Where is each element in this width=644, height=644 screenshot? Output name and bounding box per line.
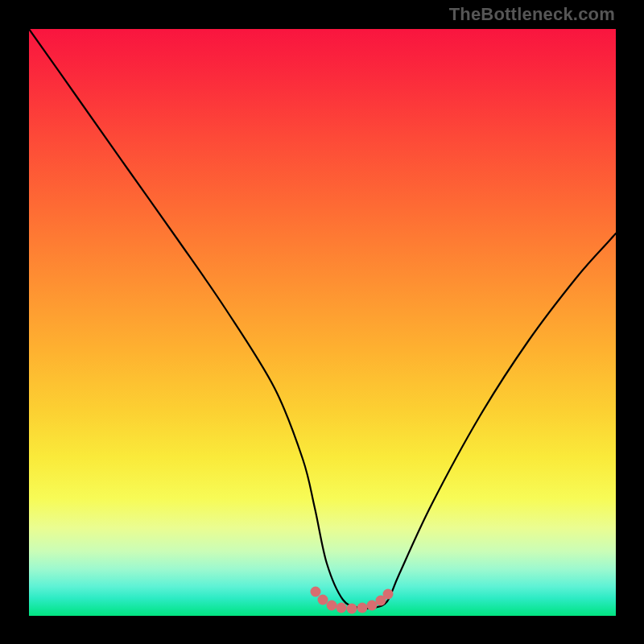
optimal-zone-dots [311, 587, 394, 614]
optimal-dot [318, 595, 328, 605]
bottleneck-curve [29, 29, 616, 609]
watermark-text: TheBottleneck.com [449, 4, 615, 25]
optimal-dot [327, 601, 337, 611]
optimal-dot [311, 587, 321, 597]
optimal-dot [383, 589, 394, 600]
optimal-dot [336, 603, 347, 613]
plot-area [29, 29, 616, 616]
chart-frame: TheBottleneck.com [0, 0, 644, 644]
optimal-dot [357, 603, 368, 613]
optimal-dot [367, 601, 378, 611]
optimal-dot [347, 604, 357, 614]
bottleneck-curve-svg [29, 29, 616, 616]
